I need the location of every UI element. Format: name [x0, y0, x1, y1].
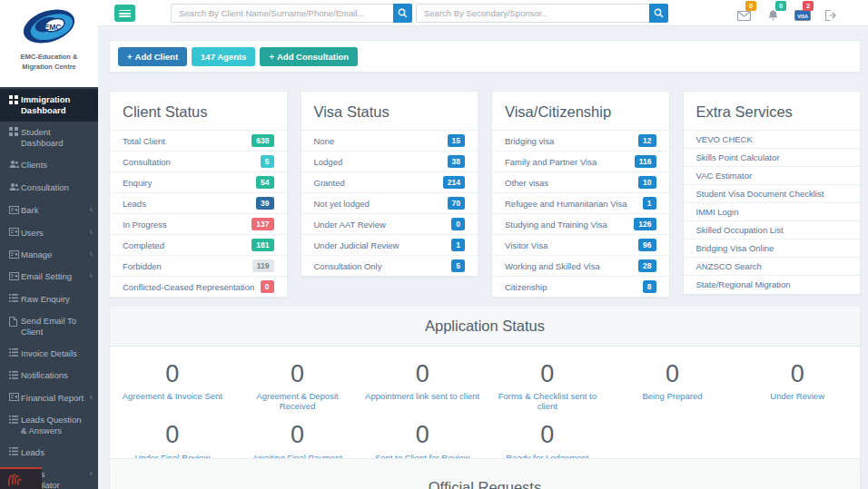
counter-value: 0 — [488, 361, 607, 386]
status-row-under-judicial-review[interactable]: Under Judicial Review1 — [301, 235, 478, 256]
status-row-none[interactable]: None15 — [301, 131, 478, 152]
row-label: Consultation — [123, 157, 171, 167]
count-badge: 1 — [643, 197, 656, 210]
status-row-leads[interactable]: Leads39 — [110, 193, 287, 214]
status-row-granted[interactable]: Granted214 — [301, 172, 478, 193]
sidebar-item-invoice-details[interactable]: Invoice Details — [0, 343, 98, 365]
extra-service-link-state-regional-migration[interactable]: State/Regional Migration — [684, 276, 861, 294]
client-search — [171, 4, 412, 23]
card-icon — [9, 250, 21, 261]
sidebar-item-bark[interactable]: Bark‹ — [0, 200, 98, 221]
status-row-working-and-skilled-visa[interactable]: Working and Skilled Visa28 — [492, 256, 669, 277]
card-icon — [9, 228, 21, 239]
counter-value: 0 — [363, 361, 481, 386]
sidebar-item-clients[interactable]: Clients — [0, 154, 98, 177]
sidebar-item-student-dashboard[interactable]: Student Dashboard — [0, 122, 98, 154]
status-row-studying-and-training-visa[interactable]: Studying and Training Visa126 — [492, 214, 669, 235]
extra-service-link-vac-estimator[interactable]: VAC Estimator — [684, 167, 861, 185]
sponsor-search-input[interactable] — [416, 4, 649, 23]
row-label: Refugee and Humanitarian Visa — [505, 199, 627, 209]
extra-service-link-skilled-occupation-list[interactable]: Skilled Occupation List — [684, 221, 861, 240]
status-row-not-yet-lodged[interactable]: Not yet lodged70 — [301, 193, 478, 214]
search-icon — [398, 8, 408, 18]
counter-label[interactable]: Agreement & Deposit Received — [239, 391, 357, 411]
agents-button[interactable]: 147 Agents — [192, 47, 255, 66]
status-panels: Client StatusTotal Client638Consultation… — [109, 91, 861, 298]
client-search-input[interactable] — [171, 4, 393, 23]
status-row-other-visas[interactable]: Other visas10 — [492, 172, 669, 193]
counter-label[interactable]: Being Prepared — [614, 391, 732, 401]
mail-icon[interactable]: 0 — [737, 8, 755, 23]
status-row-lodged[interactable]: Lodged38 — [301, 152, 478, 172]
application-status-title: Application Status — [110, 307, 860, 347]
plus-icon: + — [269, 52, 274, 62]
counter-label[interactable]: Under Review — [738, 391, 856, 401]
sidebar-item-consultation[interactable]: Consultation — [0, 177, 98, 200]
visa-icon[interactable]: VISA2 — [794, 8, 813, 23]
extra-service-link-anzsco-search[interactable]: ANZSCO Search — [684, 258, 861, 276]
status-row-family-and-partner-visa[interactable]: Family and Partner Visa116 — [492, 152, 669, 172]
floating-widget[interactable] — [0, 467, 42, 489]
row-label: Other visas — [505, 178, 548, 188]
sidebar-toggle-button[interactable] — [114, 5, 135, 22]
status-row-visitor-visa[interactable]: Visitor Visa96 — [492, 235, 669, 256]
counter-label[interactable]: Appointment link sent to client — [363, 391, 481, 401]
status-row-bridging-visa[interactable]: Bridging visa12 — [492, 131, 669, 152]
sidebar-item-immigration-dashboard[interactable]: Immigration Dashboard — [0, 89, 98, 122]
status-row-total-client[interactable]: Total Client638 — [110, 131, 287, 152]
extra-service-link-student-visa-document-checklist[interactable]: Student Visa Document Checklist — [684, 185, 861, 203]
sidebar-item-leads[interactable]: Leads — [0, 442, 98, 464]
extra-service-link-skills-point-calculator[interactable]: Skills Point Calculator — [684, 149, 861, 167]
extra-service-link-immi-login[interactable]: IMMI Login — [684, 203, 861, 221]
status-row-completed[interactable]: Completed181 — [110, 235, 287, 256]
status-row-conflicted-ceased-representation[interactable]: Conflicted-Ceased Representation0 — [110, 277, 287, 297]
sidebar-item-send-email-to-client[interactable]: Send Email To Client — [0, 310, 98, 343]
sidebar-item-financial-report[interactable]: Financial Report‹ — [0, 387, 98, 409]
row-label: Conflicted-Ceased Representation — [123, 282, 254, 292]
panel-client-status: Client StatusTotal Client638Consultation… — [109, 91, 288, 298]
row-label: Skilled Occupation List — [696, 225, 784, 235]
extra-service-link-vevo-check[interactable]: VEVO CHECK — [684, 131, 861, 149]
sponsor-search-button[interactable] — [649, 4, 668, 23]
count-badge: 137 — [252, 218, 273, 230]
count-badge: 96 — [638, 239, 656, 251]
count-badge: 126 — [634, 218, 656, 230]
grid-icon — [9, 95, 21, 107]
action-button-label: 147 Agents — [201, 52, 246, 62]
signout-icon[interactable] — [825, 8, 843, 23]
counter-value: 0 — [113, 361, 232, 386]
add-client-button[interactable]: +Add Client — [118, 47, 187, 66]
sidebar-item-notifications[interactable]: Notifications — [0, 365, 98, 386]
row-label: Bridging Visa Online — [696, 243, 774, 253]
sidebar-item-manage[interactable]: Manage‹ — [0, 244, 98, 266]
status-row-consultation-only[interactable]: Consultation Only5 — [301, 256, 478, 276]
row-label: Student Visa Document Checklist — [696, 189, 824, 199]
add-consultation-button[interactable]: +Add Consultation — [260, 47, 358, 66]
counter-label[interactable]: Forms & Checklist sent to client — [488, 391, 607, 411]
status-row-in-progress[interactable]: In Progress137 — [110, 214, 287, 235]
sidebar-item-raw-enquiry[interactable]: Raw Enquiry — [0, 289, 98, 310]
status-row-forbidden[interactable]: Forbidden119 — [110, 256, 287, 277]
bell-icon[interactable]: 0 — [767, 8, 785, 23]
status-row-refugee-and-humanitarian-visa[interactable]: Refugee and Humanitarian Visa1 — [492, 193, 669, 214]
extra-service-link-bridging-visa-online[interactable]: Bridging Visa Online — [684, 240, 861, 258]
row-label: Enquiry — [123, 178, 152, 188]
sidebar-item-label: Clients — [21, 160, 47, 171]
status-row-under-aat-review[interactable]: Under AAT Review0 — [301, 214, 478, 235]
chevron-left-icon: ‹ — [90, 205, 93, 214]
app-status-counter-appointment-link-sent-to-client: 0Appointment link sent to client — [360, 354, 485, 415]
status-row-consultation[interactable]: Consultation5 — [110, 152, 287, 172]
count-badge: 54 — [256, 176, 273, 189]
status-row-enquiry[interactable]: Enquiry54 — [110, 172, 287, 193]
sidebar-item-users[interactable]: Users‹ — [0, 222, 98, 244]
sidebar-item-leads-question-answers[interactable]: Leads Question & Answers — [0, 409, 98, 442]
users-icon — [9, 160, 21, 171]
status-row-citizenship[interactable]: Citizenship8 — [492, 277, 669, 297]
logo[interactable]: EMC EMC-Education & Migration Centre — [0, 0, 98, 87]
card-icon — [9, 393, 21, 404]
counter-label[interactable]: Agreement & Invoice Sent — [113, 391, 232, 401]
count-badge: 0 — [451, 218, 465, 230]
client-search-button[interactable] — [393, 4, 412, 23]
sidebar-item-label: Financial Report — [21, 393, 84, 404]
sidebar-item-email-setting[interactable]: Email Setting‹ — [0, 266, 98, 288]
